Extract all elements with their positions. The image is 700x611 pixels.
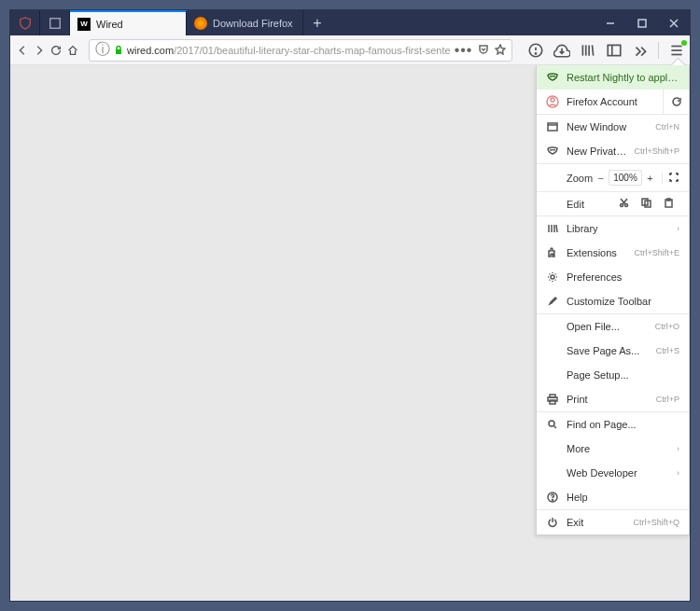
downloads-icon[interactable]	[553, 42, 570, 59]
shield-icon	[19, 17, 32, 30]
tab-active[interactable]: W Wired	[70, 10, 187, 35]
svg-point-19	[551, 98, 554, 102]
info-icon[interactable]: ⓘ	[95, 40, 110, 60]
svg-point-34	[551, 275, 554, 279]
copy-button[interactable]	[635, 198, 657, 210]
cut-button[interactable]	[612, 198, 635, 210]
gear-icon	[546, 271, 559, 283]
minimize-button[interactable]	[595, 10, 626, 35]
paintbrush-icon	[546, 296, 559, 307]
menu-customize[interactable]: Customize Toolbar	[537, 289, 689, 313]
update-badge	[681, 40, 687, 46]
firefox-favicon	[194, 17, 207, 30]
svg-rect-5	[116, 49, 121, 54]
menu-more[interactable]: More ›	[537, 437, 689, 461]
toolbar-right	[522, 42, 691, 59]
menu-open-file[interactable]: Open File... Ctrl+O	[537, 314, 689, 339]
toolbar: ⓘ wired.com/2017/01/beautiful-literary-s…	[10, 35, 690, 65]
chevron-right-icon: ›	[677, 444, 679, 453]
back-button[interactable]	[16, 39, 29, 62]
reload-button[interactable]	[49, 39, 63, 62]
zoom-in-button[interactable]: +	[642, 173, 658, 184]
window-icon	[546, 121, 559, 132]
puzzle-icon	[546, 247, 559, 258]
menu-account-row: Firefox Account	[537, 90, 689, 115]
pinned-tab-2[interactable]	[40, 10, 70, 35]
bookmark-star-icon[interactable]	[495, 42, 506, 59]
zoom-value: 100%	[609, 170, 642, 186]
svg-rect-37	[550, 400, 555, 404]
menu-find[interactable]: Find on Page...	[537, 412, 689, 437]
zoom-out-button[interactable]: −	[593, 173, 609, 184]
chevron-right-icon: ›	[677, 468, 679, 478]
menu-print[interactable]: Print Ctrl+P	[537, 387, 689, 411]
permissions-icon[interactable]	[527, 42, 544, 59]
titlebar: W Wired Download Firefox +	[10, 10, 690, 35]
pinned-tab-1[interactable]	[10, 10, 40, 35]
printer-icon	[546, 394, 559, 405]
overflow-icon[interactable]	[632, 42, 649, 59]
menu-extensions[interactable]: Extensions Ctrl+Shift+E	[537, 241, 689, 265]
box-icon	[49, 17, 62, 30]
power-icon	[546, 517, 559, 528]
svg-rect-13	[609, 45, 622, 55]
fullscreen-button[interactable]	[662, 173, 679, 184]
tab-inactive[interactable]: Download Firefox	[187, 10, 303, 35]
menu-firefox-account[interactable]: Firefox Account	[537, 90, 663, 114]
home-button[interactable]	[66, 39, 79, 62]
tab-label: Wired	[96, 19, 123, 30]
menu-edit-row: Edit	[537, 192, 689, 216]
chevron-right-icon: ›	[677, 224, 679, 233]
zoom-label: Zoom	[546, 173, 593, 184]
svg-rect-20	[548, 123, 557, 131]
menu-library[interactable]: Library ›	[537, 216, 689, 241]
pocket-icon[interactable]	[478, 42, 489, 59]
new-tab-button[interactable]: +	[303, 10, 331, 35]
svg-rect-2	[638, 20, 646, 27]
wired-favicon: W	[77, 18, 91, 31]
app-menu-panel: Restart Nightly to apply the update Fire…	[536, 65, 690, 535]
menu-web-developer[interactable]: Web Developer ›	[537, 461, 689, 485]
mask-icon	[546, 146, 559, 157]
svg-line-39	[554, 426, 557, 429]
mask-icon	[546, 72, 559, 83]
menu-new-private-window[interactable]: New Private Window Ctrl+Shift+P	[537, 139, 689, 163]
menu-new-window[interactable]: New Window Ctrl+N	[537, 115, 689, 139]
library-icon[interactable]	[580, 42, 596, 59]
svg-point-38	[549, 421, 554, 426]
sidebar-icon[interactable]	[606, 42, 623, 59]
browser-window: W Wired Download Firefox + ⓘ wired.com/2…	[9, 9, 691, 602]
tab-label: Download Firefox	[213, 18, 293, 29]
page-actions-icon[interactable]: •••	[455, 42, 473, 59]
sync-button[interactable]	[663, 90, 689, 114]
menu-restart-update[interactable]: Restart Nightly to apply the update	[537, 65, 689, 90]
search-icon	[546, 419, 559, 430]
svg-rect-0	[49, 18, 60, 28]
edit-label: Edit	[546, 199, 612, 210]
library-icon	[546, 223, 559, 234]
svg-point-8	[536, 52, 537, 53]
menu-page-setup[interactable]: Page Setup...	[537, 363, 689, 387]
menu-zoom-row: Zoom − 100% +	[537, 163, 689, 192]
menu-save-page[interactable]: Save Page As... Ctrl+S	[537, 339, 689, 363]
avatar-icon	[546, 95, 559, 108]
menu-preferences[interactable]: Preferences	[537, 265, 689, 289]
url-bar[interactable]: ⓘ wired.com/2017/01/beautiful-literary-s…	[89, 39, 512, 62]
svg-point-41	[553, 500, 553, 501]
help-icon	[546, 492, 559, 503]
close-button[interactable]	[658, 10, 690, 35]
svg-line-12	[593, 45, 594, 55]
hamburger-menu-button[interactable]	[668, 42, 685, 59]
tab-strip: W Wired Download Firefox +	[10, 10, 595, 35]
lock-icon	[114, 42, 123, 59]
svg-line-33	[556, 225, 557, 232]
url-text: wired.com/2017/01/beautiful-literary-sta…	[127, 45, 451, 56]
menu-exit[interactable]: Exit Ctrl+Shift+Q	[537, 510, 689, 535]
menu-help[interactable]: Help	[537, 485, 689, 509]
content-area: Restart Nightly to apply the update Fire…	[10, 65, 690, 601]
window-controls	[595, 10, 690, 35]
forward-button[interactable]	[33, 39, 46, 62]
maximize-button[interactable]	[626, 10, 658, 35]
paste-button[interactable]	[657, 198, 679, 210]
